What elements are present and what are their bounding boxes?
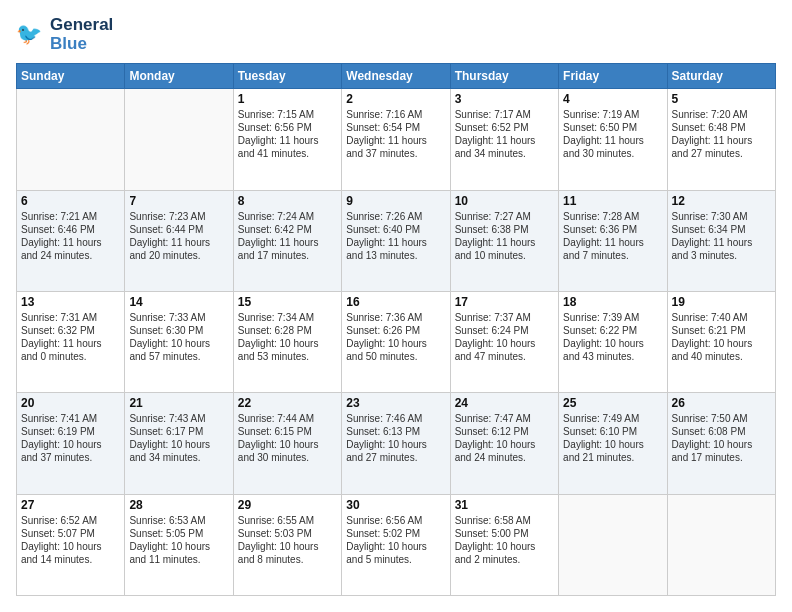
sunrise-text: Sunrise: 7:16 AM: [346, 108, 445, 121]
sunrise-text: Sunrise: 7:27 AM: [455, 210, 554, 223]
calendar-week-row: 1 Sunrise: 7:15 AM Sunset: 6:56 PM Dayli…: [17, 89, 776, 190]
calendar-week-row: 27 Sunrise: 6:52 AM Sunset: 5:07 PM Dayl…: [17, 494, 776, 595]
sunset-text: Sunset: 6:34 PM: [672, 223, 771, 236]
calendar-header-saturday: Saturday: [667, 64, 775, 89]
calendar-week-row: 13 Sunrise: 7:31 AM Sunset: 6:32 PM Dayl…: [17, 292, 776, 393]
day-number: 11: [563, 194, 662, 208]
daylight-text: Daylight: 10 hours and 47 minutes.: [455, 337, 554, 363]
day-number: 10: [455, 194, 554, 208]
calendar-week-row: 6 Sunrise: 7:21 AM Sunset: 6:46 PM Dayli…: [17, 190, 776, 291]
sunrise-text: Sunrise: 6:56 AM: [346, 514, 445, 527]
calendar-cell: 12 Sunrise: 7:30 AM Sunset: 6:34 PM Dayl…: [667, 190, 775, 291]
calendar-cell: 7 Sunrise: 7:23 AM Sunset: 6:44 PM Dayli…: [125, 190, 233, 291]
sunset-text: Sunset: 5:07 PM: [21, 527, 120, 540]
daylight-text: Daylight: 11 hours and 24 minutes.: [21, 236, 120, 262]
sunset-text: Sunset: 6:19 PM: [21, 425, 120, 438]
sunrise-text: Sunrise: 7:26 AM: [346, 210, 445, 223]
daylight-text: Daylight: 10 hours and 40 minutes.: [672, 337, 771, 363]
calendar-cell: 4 Sunrise: 7:19 AM Sunset: 6:50 PM Dayli…: [559, 89, 667, 190]
day-number: 25: [563, 396, 662, 410]
sunset-text: Sunset: 6:15 PM: [238, 425, 337, 438]
sunset-text: Sunset: 6:08 PM: [672, 425, 771, 438]
sunset-text: Sunset: 6:24 PM: [455, 324, 554, 337]
sunrise-text: Sunrise: 7:23 AM: [129, 210, 228, 223]
daylight-text: Daylight: 11 hours and 27 minutes.: [672, 134, 771, 160]
sunrise-text: Sunrise: 7:31 AM: [21, 311, 120, 324]
sunset-text: Sunset: 6:22 PM: [563, 324, 662, 337]
calendar-table: SundayMondayTuesdayWednesdayThursdayFrid…: [16, 63, 776, 596]
day-number: 6: [21, 194, 120, 208]
calendar-cell: 3 Sunrise: 7:17 AM Sunset: 6:52 PM Dayli…: [450, 89, 558, 190]
calendar-cell: [125, 89, 233, 190]
page: 🐦 General Blue SundayMondayTuesdayWednes…: [0, 0, 792, 612]
day-number: 27: [21, 498, 120, 512]
day-number: 14: [129, 295, 228, 309]
calendar-cell: [559, 494, 667, 595]
day-number: 12: [672, 194, 771, 208]
calendar-cell: 18 Sunrise: 7:39 AM Sunset: 6:22 PM Dayl…: [559, 292, 667, 393]
sunset-text: Sunset: 6:32 PM: [21, 324, 120, 337]
sunrise-text: Sunrise: 6:55 AM: [238, 514, 337, 527]
logo: 🐦 General Blue: [16, 16, 113, 53]
day-number: 19: [672, 295, 771, 309]
sunrise-text: Sunrise: 7:28 AM: [563, 210, 662, 223]
calendar-cell: 6 Sunrise: 7:21 AM Sunset: 6:46 PM Dayli…: [17, 190, 125, 291]
sunrise-text: Sunrise: 7:30 AM: [672, 210, 771, 223]
logo-bird-icon: 🐦: [16, 20, 46, 50]
day-number: 15: [238, 295, 337, 309]
calendar-cell: 16 Sunrise: 7:36 AM Sunset: 6:26 PM Dayl…: [342, 292, 450, 393]
sunrise-text: Sunrise: 7:49 AM: [563, 412, 662, 425]
daylight-text: Daylight: 11 hours and 30 minutes.: [563, 134, 662, 160]
sunset-text: Sunset: 5:03 PM: [238, 527, 337, 540]
sunrise-text: Sunrise: 7:50 AM: [672, 412, 771, 425]
day-number: 13: [21, 295, 120, 309]
sunset-text: Sunset: 6:42 PM: [238, 223, 337, 236]
calendar-cell: 27 Sunrise: 6:52 AM Sunset: 5:07 PM Dayl…: [17, 494, 125, 595]
calendar-cell: [17, 89, 125, 190]
daylight-text: Daylight: 11 hours and 20 minutes.: [129, 236, 228, 262]
day-number: 2: [346, 92, 445, 106]
day-number: 17: [455, 295, 554, 309]
calendar-cell: [667, 494, 775, 595]
daylight-text: Daylight: 10 hours and 8 minutes.: [238, 540, 337, 566]
day-number: 24: [455, 396, 554, 410]
calendar-cell: 15 Sunrise: 7:34 AM Sunset: 6:28 PM Dayl…: [233, 292, 341, 393]
calendar-cell: 19 Sunrise: 7:40 AM Sunset: 6:21 PM Dayl…: [667, 292, 775, 393]
calendar-cell: 2 Sunrise: 7:16 AM Sunset: 6:54 PM Dayli…: [342, 89, 450, 190]
day-number: 31: [455, 498, 554, 512]
sunset-text: Sunset: 6:26 PM: [346, 324, 445, 337]
sunset-text: Sunset: 5:02 PM: [346, 527, 445, 540]
daylight-text: Daylight: 10 hours and 34 minutes.: [129, 438, 228, 464]
daylight-text: Daylight: 11 hours and 41 minutes.: [238, 134, 337, 160]
daylight-text: Daylight: 10 hours and 30 minutes.: [238, 438, 337, 464]
day-number: 1: [238, 92, 337, 106]
sunset-text: Sunset: 6:30 PM: [129, 324, 228, 337]
sunrise-text: Sunrise: 7:41 AM: [21, 412, 120, 425]
sunrise-text: Sunrise: 7:34 AM: [238, 311, 337, 324]
calendar-header-row: SundayMondayTuesdayWednesdayThursdayFrid…: [17, 64, 776, 89]
sunrise-text: Sunrise: 7:20 AM: [672, 108, 771, 121]
sunset-text: Sunset: 6:50 PM: [563, 121, 662, 134]
sunset-text: Sunset: 6:44 PM: [129, 223, 228, 236]
day-number: 28: [129, 498, 228, 512]
daylight-text: Daylight: 10 hours and 43 minutes.: [563, 337, 662, 363]
sunrise-text: Sunrise: 7:44 AM: [238, 412, 337, 425]
day-number: 21: [129, 396, 228, 410]
calendar-header-monday: Monday: [125, 64, 233, 89]
sunrise-text: Sunrise: 7:37 AM: [455, 311, 554, 324]
sunrise-text: Sunrise: 7:40 AM: [672, 311, 771, 324]
daylight-text: Daylight: 10 hours and 53 minutes.: [238, 337, 337, 363]
calendar-header-thursday: Thursday: [450, 64, 558, 89]
calendar-cell: 24 Sunrise: 7:47 AM Sunset: 6:12 PM Dayl…: [450, 393, 558, 494]
daylight-text: Daylight: 11 hours and 13 minutes.: [346, 236, 445, 262]
sunrise-text: Sunrise: 7:46 AM: [346, 412, 445, 425]
daylight-text: Daylight: 11 hours and 3 minutes.: [672, 236, 771, 262]
sunrise-text: Sunrise: 6:58 AM: [455, 514, 554, 527]
sunrise-text: Sunrise: 7:43 AM: [129, 412, 228, 425]
daylight-text: Daylight: 11 hours and 37 minutes.: [346, 134, 445, 160]
day-number: 4: [563, 92, 662, 106]
sunset-text: Sunset: 6:13 PM: [346, 425, 445, 438]
calendar-week-row: 20 Sunrise: 7:41 AM Sunset: 6:19 PM Dayl…: [17, 393, 776, 494]
day-number: 3: [455, 92, 554, 106]
sunrise-text: Sunrise: 7:21 AM: [21, 210, 120, 223]
